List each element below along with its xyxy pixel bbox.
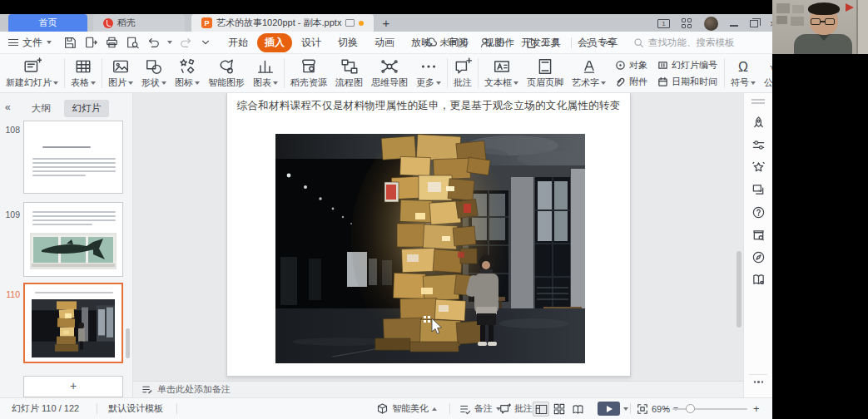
flowchart-button[interactable]: 流程图 xyxy=(331,55,367,91)
slide-position-indicator: 幻灯片 110 / 122 xyxy=(12,398,79,419)
multi-screen-icon[interactable] xyxy=(751,182,766,198)
smart-beautify-button[interactable]: 智能美化 xyxy=(376,398,437,419)
presenter-collar xyxy=(818,34,830,41)
menu-animation[interactable]: 动画 xyxy=(367,33,402,52)
tab-slides[interactable]: 幻灯片 xyxy=(64,100,110,117)
attachment-button[interactable]: 附件 xyxy=(615,74,647,90)
mindmap-button[interactable]: 思维导图 xyxy=(367,55,412,91)
print-icon[interactable] xyxy=(105,36,118,49)
slide-thumbnail-110[interactable] xyxy=(23,283,123,363)
collapse-ribbon-icon[interactable] xyxy=(604,37,614,47)
slide-sorter-view-button[interactable] xyxy=(551,402,568,417)
zoom-out-button[interactable]: − xyxy=(663,398,670,419)
sqrt-icon: √X xyxy=(770,59,772,76)
search-box[interactable]: 查找功能、搜索模板 xyxy=(633,37,735,49)
object-button[interactable]: 对象 xyxy=(615,57,647,73)
quick-tools-rocket-icon[interactable] xyxy=(751,115,766,131)
undo-icon[interactable] xyxy=(146,36,160,49)
slide-page[interactable]: 综合和材料课程不仅是材料物理属性的延申，更是基于观念立场的文化属性的转变 xyxy=(226,93,631,377)
apps-grid-icon[interactable] xyxy=(682,18,692,29)
menu-design[interactable]: 设计 xyxy=(294,33,329,52)
docer-resource-icon xyxy=(300,57,318,76)
add-slide-plus: + xyxy=(70,377,77,395)
presenter-glasses-right xyxy=(825,18,835,25)
symbol-button[interactable]: Ω 符号 xyxy=(727,55,760,91)
sync-status[interactable]: 未同步 xyxy=(424,37,469,49)
formula-button[interactable]: √X 公式 xyxy=(760,55,772,91)
panel-drag-handle[interactable] xyxy=(751,99,765,101)
help-icon[interactable] xyxy=(751,205,766,220)
navigation-compass-icon[interactable] xyxy=(751,249,766,265)
toolbar-options-icon[interactable] xyxy=(201,37,211,47)
panel-more-icon[interactable] xyxy=(751,381,766,383)
datetime-button[interactable]: 日期和时间 xyxy=(657,74,717,90)
sidebar-scrollbar[interactable] xyxy=(126,328,130,358)
menu-bar: 文件 开始 插入 设计 切换 动画 放映 审阅 视图 开发工具 会员专享 xyxy=(0,32,772,54)
window-switch-icon[interactable]: 1 xyxy=(657,19,670,28)
table-button[interactable]: 表格 xyxy=(67,55,100,91)
unsaved-dot-icon xyxy=(359,21,364,26)
add-slide-zone[interactable]: + xyxy=(23,376,123,397)
resource-shop-icon[interactable] xyxy=(751,227,766,243)
restore-button[interactable] xyxy=(750,20,758,27)
slide-number-109: 109 xyxy=(0,210,20,219)
reference-book-icon[interactable] xyxy=(751,272,766,288)
save-icon[interactable] xyxy=(63,36,77,49)
zoom-in-button[interactable]: + xyxy=(753,398,760,419)
textbox-button[interactable]: 文本框 xyxy=(480,55,523,91)
notes-toggle-button[interactable]: 备注 xyxy=(459,398,501,419)
notes-bar[interactable]: 单击此处添加备注 xyxy=(133,381,743,397)
star-effects-icon[interactable] xyxy=(751,160,766,175)
minimize-button[interactable] xyxy=(730,25,738,27)
slide-thumbnail-108[interactable] xyxy=(23,121,123,194)
redo-icon[interactable] xyxy=(180,36,193,49)
datetime-icon xyxy=(657,76,668,87)
undo-dropdown-caret[interactable] xyxy=(167,41,172,44)
comment-button[interactable]: 批注 xyxy=(449,55,476,91)
slide-photo[interactable] xyxy=(275,134,585,363)
template-name[interactable]: 默认设计模板 xyxy=(108,398,163,419)
normal-view-button[interactable] xyxy=(533,402,549,417)
export-icon[interactable] xyxy=(84,36,97,49)
zoom-slider-track[interactable] xyxy=(672,408,747,410)
header-footer-button[interactable]: 页眉页脚 xyxy=(523,55,568,91)
fit-to-window-button[interactable] xyxy=(637,398,648,419)
new-slide-button[interactable]: 新建幻灯片 xyxy=(2,55,62,91)
more-resources-button[interactable]: 更多 xyxy=(412,55,445,91)
collaborate-button[interactable]: 协作 xyxy=(479,37,514,49)
slide-number-110: 110 xyxy=(0,289,20,299)
tab-outline[interactable]: 大纲 xyxy=(23,100,59,117)
menu-insert[interactable]: 插入 xyxy=(257,33,292,52)
new-tab-button[interactable]: + xyxy=(374,14,398,32)
comment-toggle-button[interactable]: 批注 xyxy=(499,398,533,419)
docer-resource-button[interactable]: 稻壳资源 xyxy=(286,55,331,91)
user-avatar[interactable] xyxy=(704,17,718,31)
play-slideshow-button[interactable] xyxy=(598,402,620,416)
play-options-caret[interactable] xyxy=(623,407,628,411)
more-menu-icon[interactable]: ⋮ xyxy=(583,37,593,49)
file-menu[interactable]: 文件 xyxy=(8,36,52,50)
slide-number-button[interactable]: 幻灯片编号 xyxy=(657,57,717,73)
tab-home[interactable]: 首页 xyxy=(8,14,87,32)
zoom-slider-knob[interactable] xyxy=(686,404,695,413)
slide-title-text[interactable]: 综合和材料课程不仅是材料物理属性的延申，更是基于观念立场的文化属性的转变 xyxy=(236,99,622,113)
tab-document[interactable]: P 艺术的故事1020ppt - 副本.pptx xyxy=(191,14,374,32)
menu-start[interactable]: 开始 xyxy=(221,33,255,52)
webcam-background-door xyxy=(856,0,868,54)
shape-button[interactable]: 形状 xyxy=(137,55,171,91)
chart-button[interactable]: 图表 xyxy=(249,55,282,91)
smart-graphic-button[interactable]: 智能图形 xyxy=(204,55,249,91)
tab-docer[interactable]: 稻壳 xyxy=(93,14,185,32)
icon-library-icon xyxy=(178,57,196,76)
reading-view-button[interactable] xyxy=(569,402,586,417)
share-button[interactable]: 分享 xyxy=(525,37,560,49)
menu-transition[interactable]: 切换 xyxy=(330,33,365,52)
icon-library-button[interactable]: 图标 xyxy=(171,55,204,91)
wordart-button[interactable]: 艺术字 xyxy=(568,55,610,91)
slide-thumbnail-109[interactable] xyxy=(23,202,123,277)
picture-button[interactable]: 图片 xyxy=(104,55,137,91)
cloud-sync-icon xyxy=(424,37,437,49)
canvas-scrollbar[interactable] xyxy=(737,251,742,328)
adjust-settings-icon[interactable] xyxy=(751,137,766,153)
print-preview-icon[interactable] xyxy=(126,36,139,49)
